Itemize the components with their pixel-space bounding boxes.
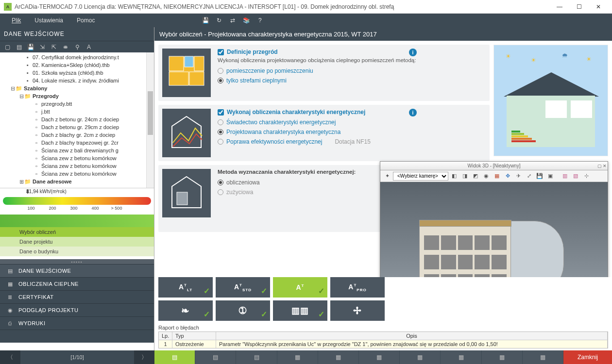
saveall-icon[interactable]: ⩩ <box>60 42 71 52</box>
radio-projektowana[interactable]: Projektowana charakterystyka energetyczn… <box>218 127 486 137</box>
nav-wydruki[interactable]: ⎙WYDRUKI <box>0 316 154 330</box>
tree-item[interactable]: 04. Lokale mieszk. z indyw. źródłami <box>33 78 119 83</box>
maximize-button[interactable]: ☐ <box>569 0 589 14</box>
menu-file[interactable]: Plik <box>5 17 28 24</box>
transfer-icon[interactable]: ⇄ <box>226 15 239 26</box>
tree-item[interactable]: Ściana zew z betonu komórkow <box>41 155 117 161</box>
close-app-button[interactable]: Zamknij <box>563 350 612 364</box>
copy-icon[interactable]: ▣ <box>545 171 555 181</box>
new-icon[interactable]: ▢ <box>2 42 13 52</box>
tree-item[interactable]: 02. Kamienica+Sklep (chłód).thb <box>33 62 110 68</box>
radio-swiadectwo[interactable]: Świadectwo charakterystyki energetycznej <box>218 117 486 127</box>
tree-item[interactable]: Dach z blachy gr. 2cm z dociep <box>41 132 115 138</box>
tree-item[interactable]: Ściana zew z betonu komórkow <box>41 171 117 177</box>
tab-9[interactable]: ▦ <box>482 350 523 364</box>
font-icon[interactable]: A <box>84 42 94 52</box>
tree-item[interactable]: 07. Certyfikat domek jednorodzinny.t <box>33 54 119 60</box>
next-button[interactable]: 〉 <box>134 350 154 364</box>
viewer-max-icon[interactable]: ▢ <box>597 164 602 168</box>
save3-icon[interactable]: 💾 <box>535 171 544 181</box>
btn-at-pro[interactable]: ATPRO <box>330 277 385 298</box>
info-icon[interactable]: i <box>409 49 417 56</box>
layer1-icon[interactable]: ▥ <box>560 171 570 181</box>
btn-fan[interactable]: ✢ <box>330 300 385 321</box>
table-row[interactable]: 1 Ostrzeżenie Parametr "Współczynnik prz… <box>159 340 608 348</box>
tree-group[interactable]: Przegrody <box>33 93 59 99</box>
help-icon[interactable]: ? <box>253 15 267 26</box>
viewer-close-icon[interactable]: ✕ <box>603 164 607 168</box>
refresh-icon[interactable]: ↻ <box>212 15 226 26</box>
tab-5[interactable]: ▦ <box>318 350 359 364</box>
open-icon[interactable]: ▤ <box>14 42 24 52</box>
tree-item[interactable]: 01. Szkoła wyższa (chłód).thb <box>33 70 103 76</box>
tab-4[interactable]: ▦ <box>277 350 318 364</box>
export-icon[interactable]: ⇲ <box>37 42 48 52</box>
menu-settings[interactable]: Ustawienia <box>28 17 70 24</box>
layer2-icon[interactable]: ▧ <box>571 171 580 181</box>
tree-group[interactable]: Dane adresowe <box>33 179 72 184</box>
globe-icon[interactable]: ◉ <box>481 171 491 181</box>
btn-leaf[interactable]: ❧✓ <box>158 300 213 321</box>
import-icon[interactable]: ⇱ <box>49 42 59 52</box>
axis-icon[interactable]: ⊹ <box>581 171 591 181</box>
brick-icon[interactable]: ▦ <box>492 171 502 181</box>
nav-certyfikat[interactable]: ≣CERTYFIKAT <box>0 290 154 303</box>
tree-scrollbar[interactable] <box>146 52 154 188</box>
nav-podglad[interactable]: ◉PODGLĄD PROJEKTU <box>0 303 154 316</box>
opt-wybor[interactable]: Wybór obliczeń <box>0 227 154 237</box>
book-icon[interactable]: 📚 <box>239 15 253 26</box>
left-options: Wybór obliczeń Dane projektu Dane o budy… <box>0 227 154 256</box>
tree-item[interactable]: przegrody.btt <box>41 101 72 107</box>
nav-obliczenia[interactable]: ▦OBLICZENIA CIEPLNE <box>0 277 154 290</box>
viewer-canvas[interactable] <box>380 182 608 277</box>
cube2-icon[interactable]: ◨ <box>460 171 470 181</box>
nav-icon[interactable]: ✥ <box>503 171 512 181</box>
checkbox-definicje[interactable] <box>218 49 224 55</box>
drag-handle[interactable]: ••••• <box>0 259 154 264</box>
menu-help[interactable]: Pomoc <box>70 17 102 24</box>
viewer-titlebar[interactable]: Widok 3D - [Nieaktywny] ▢ ✕ <box>380 162 608 170</box>
cube3-icon[interactable]: ◩ <box>471 171 480 181</box>
doc-icon: ▤ <box>213 354 218 361</box>
plane-icon[interactable]: ✈ <box>513 171 523 181</box>
tab-1[interactable]: ▤ <box>154 350 195 364</box>
target-icon[interactable]: ✦ <box>382 171 392 181</box>
opt-dane-budynku[interactable]: Dane o budynku <box>0 247 154 256</box>
save2-icon[interactable]: 💾 <box>25 42 36 52</box>
radio-pomieszczenie[interactable]: pomieszczenie po pomieszczeniu <box>218 66 486 76</box>
tree-item[interactable]: Dach z blachy trapezowej gr. 2cr <box>41 140 119 146</box>
tree-item[interactable]: Ściana zew z bali drewnianych g <box>41 148 119 153</box>
tree-item[interactable]: Dach z betonu gr. 29cm z dociep <box>41 124 119 130</box>
btn-at-std[interactable]: ATSTD✓ <box>216 277 270 298</box>
nav-dane-wejsciowe[interactable]: ▤DANE WEJŚCIOWE <box>0 264 154 277</box>
tab-10[interactable]: ▦ <box>523 350 563 364</box>
cube-icon[interactable]: ◧ <box>449 171 459 181</box>
minimize-button[interactable]: — <box>550 0 569 14</box>
expand-icon[interactable]: ⤢ <box>524 171 534 181</box>
tree-group[interactable]: Szablony <box>24 85 47 91</box>
tab-2[interactable]: ▤ <box>195 350 236 364</box>
opt-dane-projektu[interactable]: Dane projektu <box>0 237 154 247</box>
tab-6[interactable]: ▦ <box>359 350 400 364</box>
close-button[interactable]: ✕ <box>589 0 608 14</box>
link-icon[interactable]: ⚲ <box>72 42 83 52</box>
tree-item[interactable]: j.btt <box>41 109 50 115</box>
btn-at-active[interactable]: AT✓ <box>273 277 327 298</box>
btn-radiator[interactable]: ▥▥✓ <box>273 300 327 321</box>
tree-view[interactable]: ▪07. Certyfikat domek jednorodzinny.t ▪0… <box>0 52 154 188</box>
radio-strefy[interactable]: tylko strefami cieplnymi <box>218 76 486 85</box>
tree-item[interactable]: Dach z betonu gr. 24cm z dociep <box>41 116 119 122</box>
checkbox-charakterystyka[interactable] <box>218 109 224 116</box>
btn-at-lt[interactable]: ATLT✓ <box>158 277 213 298</box>
radio-poprawa[interactable]: Poprawa efektywności energetycznejDotacj… <box>218 137 486 147</box>
tab-7[interactable]: ▦ <box>400 350 441 364</box>
doc-icon: ▤ <box>5 268 16 274</box>
info-icon[interactable]: i <box>409 109 417 116</box>
tab-8[interactable]: ▦ <box>441 350 481 364</box>
tree-item[interactable]: Ściana zew z betonu komórkow <box>41 163 117 169</box>
prev-button[interactable]: 〈 <box>0 350 20 364</box>
tab-3[interactable]: ▤ <box>236 350 277 364</box>
camera-select[interactable]: <Wybierz kamerę> <box>393 172 448 181</box>
btn-coin[interactable]: ➀✓ <box>216 300 270 321</box>
save-icon[interactable]: 💾 <box>199 15 212 26</box>
